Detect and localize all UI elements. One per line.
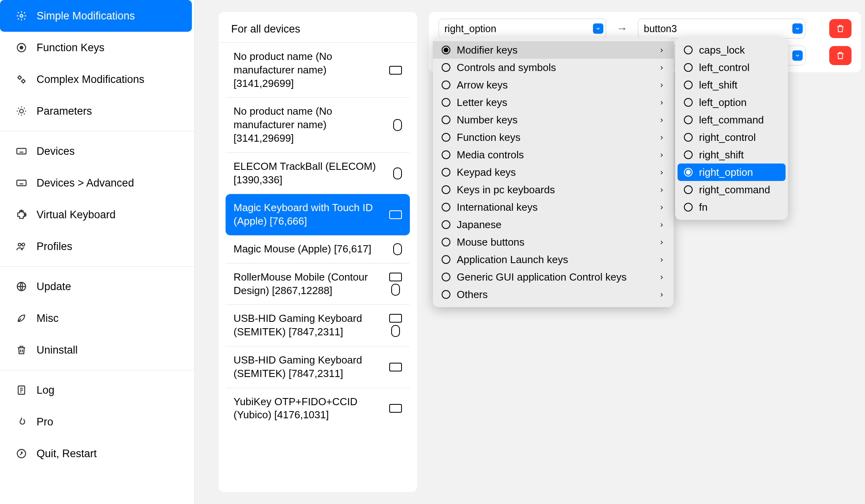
value-menu-item[interactable]: fn (675, 198, 788, 216)
chevron-right-icon (658, 44, 665, 56)
sidebar-item-update[interactable]: Update (0, 271, 194, 302)
svg-rect-6 (17, 148, 26, 154)
keyboard-icon (389, 210, 402, 219)
chevron-right-icon (658, 79, 665, 91)
device-label: ELECOM TrackBall (ELECOM) [1390,336] (234, 160, 388, 187)
category-menu-item[interactable]: Others (433, 286, 674, 303)
category-menu-item[interactable]: Letter keys (433, 94, 674, 111)
to-key-select[interactable]: button3 (638, 19, 805, 38)
chevron-right-icon (658, 289, 665, 301)
value-menu-item[interactable]: left_command (675, 111, 788, 129)
sidebar-item-function-keys[interactable]: Function Keys (0, 32, 194, 63)
device-row[interactable]: No product name (No manufacturer name) [… (226, 43, 410, 98)
category-menu-item[interactable]: Application Launch keys (433, 251, 674, 268)
sidebar-item-uninstall[interactable]: Uninstall (0, 334, 194, 366)
value-label: left_command (699, 114, 764, 126)
sidebar-item-label: Virtual Keyboard (37, 209, 116, 221)
key-value-menu[interactable]: caps_lockleft_controlleft_shiftleft_opti… (675, 37, 788, 220)
category-menu-item[interactable]: International keys (433, 198, 674, 216)
keyboard-icon (16, 177, 27, 189)
from-key-value: right_option (444, 23, 496, 35)
keyboard-icon (389, 314, 402, 323)
category-label: Others (457, 289, 488, 301)
category-menu-item[interactable]: Function keys (433, 129, 674, 146)
category-menu-item[interactable]: Japanese (433, 216, 674, 233)
value-menu-item[interactable]: right_shift (675, 146, 788, 164)
device-row[interactable]: YubiKey OTP+FIDO+CCID (Yubico) [4176,103… (226, 388, 410, 429)
category-menu-item[interactable]: Media controls (433, 146, 674, 164)
sidebar-item-label: Simple Modifications (37, 10, 135, 22)
category-menu-item[interactable]: Mouse buttons (433, 233, 674, 251)
category-menu-item[interactable]: Modifier keys (433, 41, 674, 59)
delete-mapping-button[interactable] (829, 46, 851, 65)
device-row[interactable]: USB-HID Gaming Keyboard (SEMITEK) [7847,… (226, 305, 410, 346)
delete-mapping-button[interactable] (829, 19, 851, 38)
to-key-value: button3 (644, 23, 677, 35)
radio-icon (684, 150, 693, 159)
sidebar-item-label: Quit, Restart (37, 448, 97, 460)
sidebar-item-devices-advanced[interactable]: Devices > Advanced (0, 167, 194, 199)
device-list-panel: For all devices No product name (No manu… (218, 12, 417, 492)
mouse-icon (393, 243, 402, 255)
sidebar-item-misc[interactable]: Misc (0, 302, 194, 334)
sidebar-item-devices[interactable]: Devices (0, 135, 194, 167)
device-label: USB-HID Gaming Keyboard (SEMITEK) [7847,… (234, 312, 384, 339)
value-menu-item[interactable]: left_control (675, 59, 788, 76)
radio-icon (442, 220, 450, 229)
svg-rect-7 (17, 180, 26, 186)
sidebar-item-pro[interactable]: Pro (0, 406, 194, 438)
category-label: Mouse buttons (457, 236, 525, 248)
sidebar-item-label: Parameters (37, 105, 92, 117)
value-menu-item[interactable]: right_command (675, 181, 788, 198)
device-type-icons (393, 243, 402, 255)
sidebar-item-label: Profiles (37, 240, 72, 253)
category-label: International keys (457, 201, 538, 214)
category-menu-item[interactable]: Keys in pc keyboards (433, 181, 674, 198)
device-row[interactable]: ELECOM TrackBall (ELECOM) [1390,336] (226, 153, 410, 194)
device-row[interactable]: No product name (No manufacturer name) [… (226, 98, 410, 152)
sidebar-item-label: Complex Modifications (37, 73, 145, 86)
category-menu-item[interactable]: Arrow keys (433, 76, 674, 94)
sidebar-item-parameters[interactable]: Parameters (0, 95, 194, 127)
sidebar-item-simple-modifications[interactable]: Simple Modifications (0, 0, 192, 32)
sidebar-separator (0, 266, 194, 267)
category-menu-item[interactable]: Number keys (433, 111, 674, 129)
category-label: Japanese (457, 219, 502, 231)
value-menu-item[interactable]: left_option (675, 94, 788, 111)
radio-icon (684, 168, 693, 177)
value-label: right_control (699, 131, 756, 144)
value-menu-item[interactable]: right_control (675, 129, 788, 146)
radio-icon (684, 98, 693, 107)
sidebar-separator (0, 370, 194, 370)
device-row[interactable]: Magic Keyboard with Touch ID (Apple) [76… (226, 194, 410, 235)
chevron-right-icon (658, 114, 665, 126)
device-type-icons (389, 66, 402, 75)
chevron-right-icon (658, 254, 665, 266)
value-menu-item[interactable]: right_option (678, 164, 786, 181)
sidebar-item-label: Pro (37, 416, 53, 428)
radio-icon (684, 81, 693, 89)
key-category-menu[interactable]: Modifier keysControls and symbolsArrow k… (433, 37, 674, 307)
chevron-down-icon (792, 23, 803, 34)
sidebar-item-log[interactable]: Log (0, 374, 194, 406)
sidebar-item-virtual-keyboard[interactable]: Virtual Keyboard (0, 199, 194, 231)
radio-icon (442, 290, 450, 299)
value-menu-item[interactable]: left_shift (675, 76, 788, 94)
device-row[interactable]: USB-HID Gaming Keyboard (SEMITEK) [7847,… (226, 346, 410, 388)
sidebar-separator (0, 131, 194, 131)
device-type-icons (389, 273, 402, 296)
keyboard-icon (16, 146, 27, 157)
sidebar-item-complex-modifications[interactable]: Complex Modifications (0, 63, 194, 95)
chevron-right-icon (658, 236, 665, 248)
from-key-select[interactable]: right_option (438, 19, 606, 38)
sidebar-item-profiles[interactable]: Profiles (0, 231, 194, 262)
value-menu-item[interactable]: caps_lock (675, 41, 788, 59)
radio-icon (684, 46, 693, 54)
sidebar-item-quit-restart[interactable]: Quit, Restart (0, 438, 194, 469)
device-row[interactable]: RollerMouse Mobile (Contour Design) [286… (226, 264, 410, 305)
category-menu-item[interactable]: Controls and symbols (433, 59, 674, 76)
device-row[interactable]: Magic Mouse (Apple) [76,617] (226, 235, 410, 264)
category-menu-item[interactable]: Generic GUI application Control keys (433, 268, 674, 286)
category-menu-item[interactable]: Keypad keys (433, 164, 674, 181)
device-label: Magic Mouse (Apple) [76,617] (234, 242, 388, 256)
